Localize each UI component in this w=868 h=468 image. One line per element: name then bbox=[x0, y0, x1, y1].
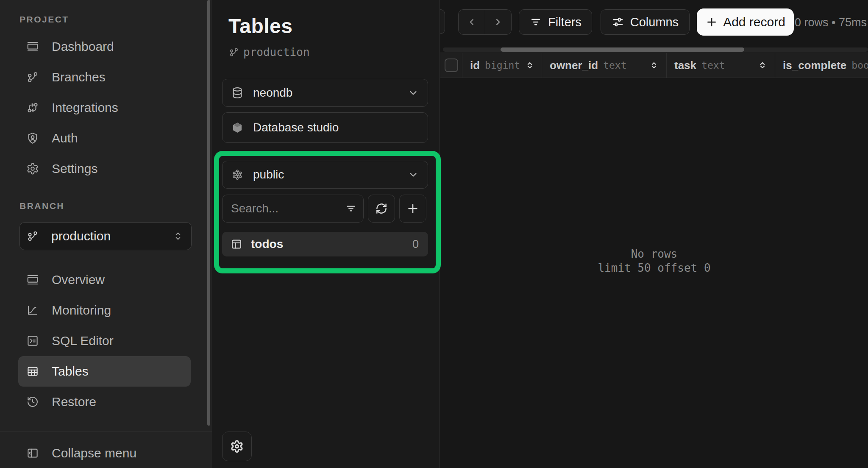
sidebar-item-label: Branches bbox=[52, 70, 106, 84]
sidebar-item-label: Settings bbox=[52, 162, 97, 176]
columns-label: Columns bbox=[630, 15, 679, 29]
table-list-item-todos[interactable]: todos 0 bbox=[222, 232, 428, 256]
sort-icon[interactable] bbox=[649, 61, 659, 70]
plus-icon bbox=[406, 202, 419, 215]
column-type: bool bbox=[851, 60, 868, 71]
column-header-task[interactable]: task text bbox=[667, 53, 775, 78]
empty-state-subtitle: limit 50 offset 0 bbox=[440, 261, 868, 275]
schema-selector[interactable]: public bbox=[222, 161, 428, 189]
sidebar-item-label: Auth bbox=[52, 131, 78, 145]
chevrons-up-down-icon bbox=[172, 231, 184, 242]
column-type: text bbox=[603, 60, 626, 71]
schema-icon bbox=[231, 168, 244, 181]
column-header-id[interactable]: id bigint bbox=[462, 53, 542, 78]
column-header-owner-id[interactable]: owner_id text bbox=[542, 53, 667, 78]
history-icon bbox=[26, 396, 39, 408]
git-branch-icon bbox=[26, 71, 39, 84]
column-name: task bbox=[674, 59, 696, 72]
branch-selector-value: production bbox=[51, 229, 111, 243]
branch-section-label: BRANCH bbox=[19, 201, 212, 211]
shield-user-icon bbox=[26, 132, 39, 145]
refresh-icon bbox=[375, 202, 388, 215]
sidebar-item-label: Overview bbox=[52, 273, 105, 287]
sidebar-item-settings[interactable]: Settings bbox=[0, 153, 212, 184]
cube-icon bbox=[231, 121, 244, 134]
sidebar-item-restore[interactable]: Restore bbox=[0, 387, 212, 417]
sidebar-item-sql-editor[interactable]: SQL Editor bbox=[0, 326, 212, 356]
sidebar-item-tables[interactable]: Tables bbox=[18, 356, 191, 387]
chevron-down-icon bbox=[407, 169, 419, 181]
panel-settings-button[interactable] bbox=[222, 432, 252, 461]
add-table-button[interactable] bbox=[399, 195, 426, 223]
sidebar: PROJECT Dashboard Branches Integrations bbox=[0, 0, 212, 468]
panel-branch: production bbox=[229, 46, 440, 58]
horizontal-scrollbar-thumb[interactable] bbox=[501, 47, 744, 52]
gear-icon bbox=[26, 162, 39, 175]
branch-selector[interactable]: production bbox=[19, 222, 192, 250]
select-all-checkbox[interactable] bbox=[445, 58, 458, 72]
integrations-icon bbox=[26, 101, 39, 114]
sidebar-item-branches[interactable]: Branches bbox=[0, 62, 212, 92]
database-studio-button[interactable]: Database studio bbox=[222, 112, 428, 143]
column-name: id bbox=[470, 59, 480, 72]
sidebar-item-auth[interactable]: Auth bbox=[0, 123, 212, 153]
column-header-is-complete[interactable]: is_complete bool bbox=[775, 53, 868, 78]
table-icon bbox=[231, 238, 242, 250]
overview-icon bbox=[26, 273, 39, 286]
sidebar-scrollbar-thumb[interactable] bbox=[207, 0, 210, 426]
horizontal-scrollbar-track[interactable] bbox=[443, 47, 868, 52]
database-selector-value: neondb bbox=[253, 86, 292, 100]
panel-collapse-icon bbox=[26, 447, 39, 460]
monitoring-icon bbox=[26, 304, 39, 317]
sidebar-item-label: Integrations bbox=[52, 100, 118, 115]
data-grid-area: Filters Columns Add record 0 rows • 75ms… bbox=[440, 0, 868, 468]
database-selector[interactable]: neondb bbox=[222, 79, 428, 107]
gear-icon bbox=[230, 440, 244, 453]
sidebar-item-label: Tables bbox=[52, 364, 89, 379]
query-status-text: 0 rows • 75ms bbox=[795, 16, 867, 29]
refresh-tables-button[interactable] bbox=[368, 195, 395, 223]
filters-button[interactable]: Filters bbox=[519, 9, 592, 35]
column-type: bigint bbox=[485, 60, 520, 71]
empty-state: No rows limit 50 offset 0 bbox=[440, 247, 868, 275]
database-studio-label: Database studio bbox=[253, 121, 339, 134]
clipped-toolbar-button[interactable] bbox=[440, 9, 445, 34]
sliders-icon bbox=[612, 16, 624, 28]
sidebar-item-label: Restore bbox=[52, 395, 96, 409]
dashboard-icon bbox=[26, 40, 39, 53]
column-type: text bbox=[701, 60, 725, 71]
panel-branch-name: production bbox=[243, 46, 310, 58]
panel-title: Tables bbox=[228, 15, 440, 37]
add-record-button[interactable]: Add record bbox=[697, 8, 794, 36]
filters-label: Filters bbox=[548, 15, 581, 29]
database-icon bbox=[231, 86, 244, 99]
previous-page-button[interactable] bbox=[459, 10, 485, 34]
sort-icon[interactable] bbox=[525, 61, 534, 70]
table-row-count: 0 bbox=[412, 238, 419, 251]
chevron-down-icon bbox=[407, 87, 419, 99]
filter-lines-icon bbox=[345, 203, 357, 214]
next-page-button[interactable] bbox=[485, 10, 512, 34]
plus-icon bbox=[705, 16, 718, 28]
add-record-label: Add record bbox=[723, 15, 785, 29]
sidebar-item-overview[interactable]: Overview bbox=[0, 265, 212, 295]
sidebar-item-label: SQL Editor bbox=[52, 334, 114, 348]
project-section-label: PROJECT bbox=[19, 14, 212, 25]
select-all-cell bbox=[440, 53, 462, 78]
table-search-input[interactable] bbox=[222, 195, 364, 223]
sidebar-item-monitoring[interactable]: Monitoring bbox=[0, 295, 212, 326]
sort-icon[interactable] bbox=[758, 61, 767, 70]
column-name: is_complete bbox=[783, 59, 846, 72]
sidebar-item-dashboard[interactable]: Dashboard bbox=[0, 31, 212, 62]
columns-button[interactable]: Columns bbox=[601, 9, 690, 35]
grid-header-row: id bigint owner_id text task text bbox=[440, 53, 868, 78]
sql-editor-icon bbox=[26, 334, 39, 347]
table-icon bbox=[26, 365, 39, 378]
collapse-menu-label: Collapse menu bbox=[52, 446, 136, 460]
tables-panel: Tables production neondb Database studio bbox=[212, 0, 440, 468]
sidebar-item-integrations[interactable]: Integrations bbox=[0, 92, 212, 123]
git-branch-icon bbox=[229, 47, 239, 57]
collapse-menu-button[interactable]: Collapse menu bbox=[0, 438, 212, 468]
table-name: todos bbox=[251, 237, 283, 251]
neon-console-screen: PROJECT Dashboard Branches Integrations bbox=[0, 0, 868, 468]
